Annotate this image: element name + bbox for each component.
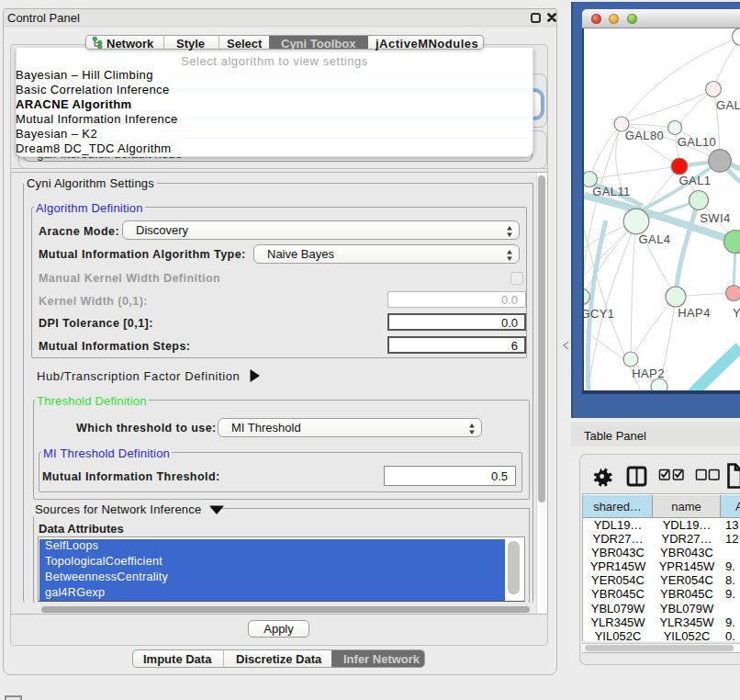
svg-text:GAL1: GAL1 <box>679 174 712 187</box>
svg-text:GCY1: GCY1 <box>584 307 615 321</box>
svg-text:GAL: GAL <box>716 98 740 112</box>
svg-text:GAL4: GAL4 <box>639 232 671 246</box>
svg-text:HAP2: HAP2 <box>632 367 665 380</box>
svg-text:GAL80: GAL80 <box>625 129 664 142</box>
svg-text:HAP4: HAP4 <box>678 306 711 320</box>
svg-text:SWI4: SWI4 <box>700 211 730 225</box>
svg-text:GAL11: GAL11 <box>592 185 631 198</box>
svg-text:Y: Y <box>733 306 740 320</box>
svg-text:GAL10: GAL10 <box>678 135 716 149</box>
